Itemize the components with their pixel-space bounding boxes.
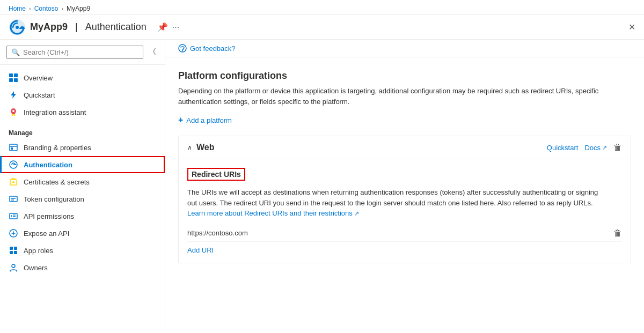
sidebar-owners-label: Owners — [24, 264, 48, 272]
redirect-uris-desc: The URIs we will accept as destinations … — [187, 187, 606, 219]
ellipsis-icon[interactable]: ··· — [172, 23, 179, 32]
cert-icon — [9, 177, 18, 187]
svg-rect-16 — [10, 213, 17, 219]
sidebar-item-token-config[interactable]: Token configuration — [0, 190, 165, 208]
web-card-title: Web — [196, 143, 543, 152]
sidebar-item-owners[interactable]: Owners — [0, 259, 165, 276]
grid-icon — [9, 73, 18, 83]
sidebar-manage-section: Manage Branding & properties Authenticat… — [0, 125, 165, 276]
uri-list: https://contoso.com 🗑 — [187, 225, 622, 242]
main-container: 🔍 《 Overview Quickstart — [0, 40, 644, 333]
approles-icon — [9, 246, 18, 255]
platform-configs-desc: Depending on the platform or device this… — [178, 86, 618, 107]
svg-rect-4 — [9, 78, 13, 82]
owners-icon — [9, 263, 18, 272]
sidebar-api-label: API permissions — [24, 212, 74, 220]
sidebar-branding-label: Branding & properties — [24, 144, 91, 152]
breadcrumb-sep-1: › — [29, 5, 31, 12]
platform-configs-title: Platform configurations — [178, 70, 631, 82]
collapse-button[interactable]: 《 — [147, 45, 158, 59]
feedback-bar[interactable]: Got feedback? — [165, 40, 644, 57]
feedback-icon — [178, 44, 187, 53]
svg-point-1 — [16, 26, 19, 29]
sidebar-overview-label: Overview — [24, 74, 53, 82]
sidebar-expose-label: Expose an API — [24, 230, 69, 238]
add-icon: + — [178, 115, 183, 125]
sidebar-item-overview[interactable]: Overview — [0, 69, 165, 86]
sidebar-authentication-label: Authentication — [24, 161, 72, 169]
svg-rect-13 — [10, 196, 17, 202]
page-title-sep: | — [75, 21, 78, 33]
svg-rect-22 — [14, 247, 17, 250]
sidebar-item-quickstart[interactable]: Quickstart — [0, 86, 165, 103]
sidebar-top-section: Overview Quickstart Integration assistan… — [0, 65, 165, 125]
svg-rect-24 — [14, 251, 17, 254]
close-icon[interactable]: ✕ — [628, 22, 635, 32]
expose-icon — [9, 228, 18, 238]
add-platform-button[interactable]: + Add a platform — [178, 115, 631, 125]
web-card-actions: Quickstart Docs ↗ 🗑 — [547, 143, 622, 152]
sidebar-token-label: Token configuration — [24, 195, 84, 203]
page-title-section: Authentication — [85, 21, 147, 33]
breadcrumb-sep-2: › — [61, 5, 63, 12]
sidebar-item-branding[interactable]: Branding & properties — [0, 139, 165, 156]
docs-label: Docs — [584, 144, 601, 152]
token-icon — [9, 194, 18, 204]
svg-rect-21 — [10, 247, 13, 250]
svg-rect-5 — [14, 78, 18, 82]
auth-icon — [9, 160, 18, 169]
external-link-icon-2: ↗ — [354, 210, 359, 217]
sidebar-search-area: 🔍 《 — [0, 40, 165, 65]
top-bar-left: MyApp9 | Authentication 📌 ··· — [9, 19, 179, 36]
pin-icon[interactable]: 📌 — [157, 22, 168, 32]
content-body: Platform configurations Depending on the… — [165, 57, 644, 333]
breadcrumb-home[interactable]: Home — [9, 5, 26, 12]
breadcrumb-app: MyApp9 — [67, 5, 90, 12]
branding-icon — [9, 143, 18, 152]
search-box[interactable]: 🔍 — [6, 46, 143, 59]
quickstart-link[interactable]: Quickstart — [547, 144, 579, 152]
search-icon: 🔍 — [11, 48, 20, 56]
page-title-app: MyApp9 — [30, 21, 68, 33]
sidebar-item-integration[interactable]: Integration assistant — [0, 103, 165, 121]
svg-rect-3 — [14, 73, 18, 77]
web-card-body: Redirect URIs The URIs we will accept as… — [179, 159, 631, 263]
top-bar: MyApp9 | Authentication 📌 ··· ✕ — [0, 15, 644, 40]
external-link-icon: ↗ — [602, 144, 607, 151]
svg-rect-23 — [10, 251, 13, 254]
web-card: ∧ Web Quickstart Docs ↗ 🗑 Redirect URIs — [178, 136, 631, 263]
sidebar-item-app-roles[interactable]: App roles — [0, 242, 165, 259]
feedback-label: Got feedback? — [190, 45, 236, 53]
sidebar-integration-label: Integration assistant — [24, 108, 86, 116]
svg-point-25 — [12, 264, 15, 268]
lightning-icon — [9, 90, 18, 100]
breadcrumb: Home › Contoso › MyApp9 — [0, 0, 644, 15]
svg-rect-9 — [11, 147, 13, 150]
docs-link[interactable]: Docs ↗ — [584, 144, 607, 152]
sidebar-certificates-label: Certificates & secrets — [24, 178, 90, 186]
add-uri-button[interactable]: Add URI — [187, 246, 214, 254]
delete-web-button[interactable]: 🗑 — [613, 143, 622, 152]
uri-row: https://contoso.com 🗑 — [187, 225, 622, 242]
add-platform-label: Add a platform — [186, 116, 232, 124]
svg-rect-2 — [9, 73, 13, 77]
breadcrumb-contoso[interactable]: Contoso — [34, 5, 58, 12]
learn-more-link[interactable]: Learn more about Redirect URIs and their… — [187, 209, 353, 217]
api-icon — [9, 211, 18, 221]
chevron-up-icon[interactable]: ∧ — [187, 144, 192, 151]
redirect-uris-title: Redirect URIs — [187, 168, 245, 181]
manage-label: Manage — [0, 125, 165, 139]
delete-uri-button[interactable]: 🗑 — [613, 228, 622, 238]
sidebar-item-api-permissions[interactable]: API permissions — [0, 208, 165, 225]
web-card-header: ∧ Web Quickstart Docs ↗ 🗑 — [179, 136, 631, 159]
sidebar-item-expose-api[interactable]: Expose an API — [0, 225, 165, 242]
sidebar-item-authentication[interactable]: Authentication — [0, 156, 165, 173]
uri-value: https://contoso.com — [187, 229, 248, 237]
sidebar-item-certificates[interactable]: Certificates & secrets — [0, 173, 165, 190]
svg-point-12 — [12, 181, 14, 183]
sidebar: 🔍 《 Overview Quickstart — [0, 40, 165, 333]
rocket-icon — [9, 107, 18, 117]
app-icon — [9, 19, 26, 36]
content-area: Got feedback? Platform configurations De… — [165, 40, 644, 333]
search-input[interactable] — [23, 48, 138, 56]
